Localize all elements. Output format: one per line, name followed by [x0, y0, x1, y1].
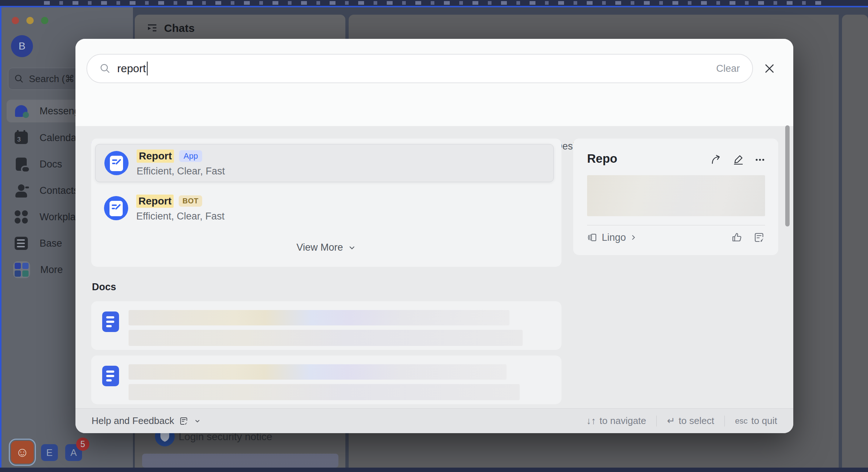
sidebar-item-label: Base — [40, 238, 62, 249]
bot-badge: BOT — [179, 195, 202, 207]
view-more-button[interactable]: View More — [91, 242, 561, 253]
result-row-report-bot[interactable]: Report BOT Efficient, Clear, Fast — [95, 189, 554, 227]
search-icon — [100, 63, 111, 74]
sidebar-item-label: More — [40, 264, 63, 276]
redacted-chat-preview — [142, 454, 338, 468]
sidebar-search-placeholder: Search (⌘ — [29, 73, 74, 85]
arrow-keys-hint: ↓↑ — [586, 415, 596, 427]
feedback-note-icon[interactable] — [753, 232, 765, 243]
feedback-doc-icon — [179, 416, 189, 426]
titlebar-artifacts — [44, 1, 828, 5]
notification-badge: 5 — [76, 438, 89, 451]
enter-key-hint: ↵ — [667, 415, 675, 427]
zoom-window-button[interactable] — [41, 17, 48, 24]
dock-strip — [0, 468, 868, 472]
messenger-icon — [13, 103, 29, 119]
doc-result-row[interactable] — [91, 355, 561, 404]
lingo-cards-icon — [587, 232, 598, 243]
sidebar-item-label: Docs — [40, 159, 62, 170]
chats-header: Chats — [146, 22, 194, 34]
text-cursor — [147, 62, 148, 75]
result-title: Report — [136, 195, 174, 208]
chats-title: Chats — [164, 22, 194, 34]
help-and-feedback-button[interactable]: Help and Feedback — [92, 415, 201, 427]
share-icon[interactable] — [710, 154, 722, 166]
search-icon — [14, 74, 24, 84]
doc-result-row[interactable] — [91, 301, 561, 350]
lingo-link[interactable]: Lingo — [587, 232, 637, 243]
docs-icon — [13, 156, 29, 172]
global-search-modal: report Clear Top Results Messages Docs A… — [75, 39, 793, 433]
redacted-doc-snippet — [129, 330, 523, 346]
calendar-icon — [13, 130, 29, 146]
divider — [724, 416, 725, 427]
detail-preview-image — [587, 175, 765, 216]
workplace-icon — [13, 209, 29, 225]
redacted-doc-title — [129, 310, 509, 325]
redacted-doc-title — [129, 364, 507, 380]
screen: B Search (⌘ Messenger Calendar Docs Cont… — [0, 0, 868, 472]
docs-section-header: Docs — [92, 281, 116, 293]
report-app-icon — [104, 151, 129, 175]
top-results-card: Report App Efficient, Clear, Fast Report… — [91, 139, 561, 267]
redacted-doc-snippet — [129, 384, 520, 400]
avatar[interactable]: B — [11, 35, 33, 57]
result-row-report-app[interactable]: Report App Efficient, Clear, Fast — [95, 144, 554, 182]
search-input[interactable]: report Clear — [86, 54, 753, 83]
esc-key-hint: esc — [735, 416, 748, 426]
clear-search-button[interactable]: Clear — [716, 63, 740, 74]
search-query-text: report — [117, 62, 146, 75]
more-options-icon[interactable] — [754, 154, 766, 166]
result-subtitle: Efficient, Clear, Fast — [136, 211, 225, 222]
divider — [656, 416, 657, 427]
chevron-down-icon — [348, 243, 356, 252]
right-rail-panel — [842, 15, 868, 468]
contacts-icon — [13, 182, 29, 199]
close-icon[interactable] — [761, 60, 778, 77]
base-icon — [13, 235, 29, 251]
result-detail-panel: Repo — [573, 139, 778, 255]
sidebar-item-label: Calendar — [40, 132, 80, 144]
detail-title: Repo — [587, 152, 617, 166]
doc-file-icon — [102, 311, 119, 332]
modal-footer: Help and Feedback ↓↑ to navigate ↵ to — [75, 408, 793, 433]
window-titlebar — [0, 0, 868, 6]
result-subtitle: Efficient, Clear, Fast — [137, 166, 225, 177]
modal-scrollbar[interactable] — [785, 125, 790, 226]
close-window-button[interactable] — [12, 17, 19, 24]
collapse-sidebar-icon[interactable] — [146, 23, 157, 34]
divider — [587, 225, 765, 225]
minimize-window-button[interactable] — [26, 17, 34, 24]
thumbs-up-icon[interactable] — [731, 232, 742, 243]
keyboard-hints: ↓↑ to navigate ↵ to select esc to quit — [586, 415, 777, 427]
dock-app-smiley[interactable]: ☺ — [11, 441, 34, 464]
dock-app-e[interactable]: E — [41, 444, 58, 461]
chevron-down-icon — [194, 417, 201, 425]
app-badge: App — [179, 150, 202, 162]
result-title: Report — [137, 150, 174, 163]
sidebar-item-label: Contacts — [40, 185, 79, 196]
chevron-right-icon — [630, 234, 637, 241]
doc-file-icon — [102, 366, 119, 386]
edit-pencil-icon[interactable] — [732, 154, 744, 166]
report-bot-icon — [104, 196, 128, 220]
more-apps-icon — [13, 262, 30, 278]
